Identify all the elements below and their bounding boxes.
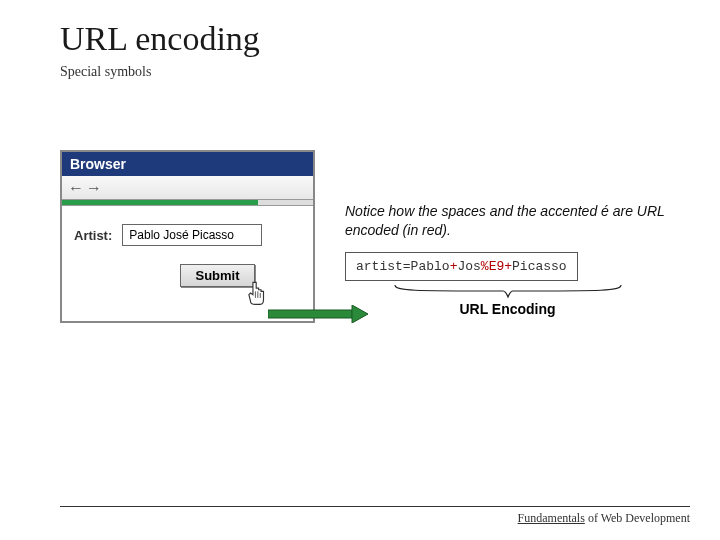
browser-toolbar: ← → bbox=[62, 176, 313, 200]
brace-wrap: URL Encoding bbox=[345, 283, 670, 317]
arrow-connector-icon bbox=[268, 305, 368, 323]
back-icon: ← bbox=[68, 180, 84, 196]
browser-titlebar: Browser bbox=[62, 152, 313, 176]
forward-icon: → bbox=[86, 180, 102, 196]
pointer-cursor-icon bbox=[244, 280, 270, 306]
slide-footer: Fundamentals of Web Development bbox=[60, 506, 690, 526]
brace-icon bbox=[393, 283, 623, 301]
explanation-column: Notice how the spaces and the accented é… bbox=[345, 150, 670, 317]
footer-underline: Fundamentals bbox=[518, 511, 585, 525]
url-encoding-label: URL Encoding bbox=[345, 301, 670, 317]
notice-text: Notice how the spaces and the accented é… bbox=[345, 202, 670, 240]
page-subtitle: Special symbols bbox=[60, 64, 670, 80]
page-title: URL encoding bbox=[60, 20, 670, 58]
enc-post: Picasso bbox=[512, 259, 567, 274]
browser-body: Artist: Submit bbox=[62, 206, 313, 321]
content-area: Browser ← → Artist: Submit bbox=[60, 150, 670, 323]
browser-mockup: Browser ← → Artist: Submit bbox=[60, 150, 315, 323]
footer-rest: of Web Development bbox=[585, 511, 690, 525]
encoded-output: artist=Pablo+Jos%E9+Picasso bbox=[345, 252, 578, 281]
artist-input[interactable] bbox=[122, 224, 262, 246]
artist-label: Artist: bbox=[74, 228, 112, 243]
svg-rect-3 bbox=[268, 310, 352, 318]
svg-marker-4 bbox=[352, 305, 368, 323]
enc-mid: Jos bbox=[457, 259, 480, 274]
enc-pre: artist=Pablo bbox=[356, 259, 450, 274]
enc-e9: %E9+ bbox=[481, 259, 512, 274]
